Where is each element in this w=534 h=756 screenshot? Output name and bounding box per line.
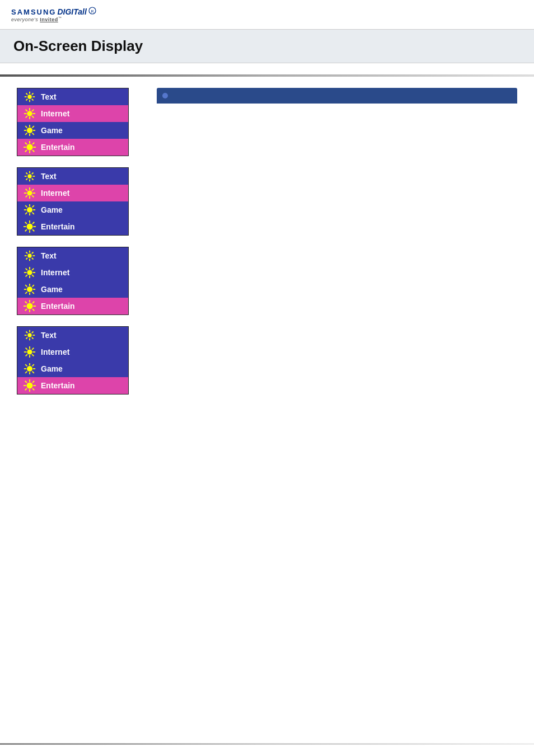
menu-label-internet-2: Internet	[41, 189, 69, 198]
svg-point-56	[27, 207, 32, 213]
svg-point-128	[27, 366, 32, 372]
svg-line-64	[25, 213, 27, 214]
sun-icon-medium-4	[22, 346, 38, 358]
svg-line-100	[25, 292, 27, 294]
sun-icon-medium-1	[22, 107, 38, 120]
menu-item-internet-4[interactable]: Internet	[17, 344, 128, 360]
svg-line-144	[32, 381, 34, 383]
svg-line-116	[32, 337, 34, 339]
menu-item-internet-2[interactable]: Internet	[17, 185, 128, 201]
svg-line-118	[26, 337, 27, 339]
sun-icon-medium-2	[22, 187, 38, 199]
menu-item-game-1[interactable]: Game	[17, 122, 128, 139]
svg-line-145	[25, 388, 27, 390]
svg-line-71	[32, 229, 34, 231]
sun-icon-large-1	[22, 124, 38, 137]
svg-point-137	[27, 383, 33, 389]
registered-icon: R	[88, 7, 96, 15]
svg-point-20	[27, 128, 32, 133]
svg-point-110	[27, 333, 31, 337]
svg-line-72	[32, 222, 34, 224]
title-section: On-Screen Display	[0, 30, 534, 63]
sun-icon-xlarge-4	[22, 379, 38, 392]
svg-line-61	[25, 205, 27, 207]
digit-logo-text: DIGITall	[57, 7, 86, 16]
menu-item-game-2[interactable]: Game	[17, 201, 128, 218]
svg-line-126	[32, 348, 34, 350]
page-title: On-Screen Display	[13, 37, 521, 55]
svg-line-54	[32, 189, 34, 191]
blue-dot	[162, 93, 168, 98]
svg-line-52	[26, 189, 27, 191]
menu-label-game-3: Game	[41, 285, 63, 294]
svg-line-19	[26, 116, 27, 118]
svg-line-10	[26, 99, 27, 101]
menu-item-text-4[interactable]: Text	[17, 327, 128, 344]
menu-label-game-4: Game	[41, 364, 63, 373]
svg-line-91	[26, 275, 27, 276]
menu-item-internet-1[interactable]: Internet	[17, 105, 128, 122]
bottom-rule	[0, 743, 534, 745]
sun-icon-xlarge-1	[22, 141, 38, 153]
svg-line-109	[25, 309, 27, 311]
sun-icon-large-2	[22, 204, 38, 216]
logo: SAMSUNG DIGITall R everyone's Invited™	[11, 7, 96, 22]
sun-icon-small-1	[22, 91, 38, 103]
content-area: Text Internet	[0, 77, 534, 417]
svg-line-106	[25, 302, 27, 303]
menu-item-text-2[interactable]: Text	[17, 168, 128, 185]
svg-line-89	[32, 275, 34, 276]
sun-icon-medium-3	[22, 266, 38, 279]
page-header: SAMSUNG DIGITall R everyone's Invited™	[0, 0, 534, 30]
sun-icon-large-4	[22, 363, 38, 375]
svg-line-81	[32, 252, 34, 253]
menu-item-entertain-3[interactable]: Entertain	[17, 298, 128, 314]
menu-item-game-4[interactable]: Game	[17, 360, 128, 377]
sun-icon-large-3	[22, 283, 38, 295]
svg-line-125	[32, 354, 34, 356]
tagline-text: everyone's Invited™	[11, 16, 96, 22]
svg-line-117	[32, 331, 34, 333]
menu-label-entertain-4: Entertain	[41, 381, 75, 390]
svg-line-53	[32, 195, 34, 197]
menu-label-text-3: Text	[41, 251, 57, 260]
menu-label-internet-1: Internet	[41, 109, 69, 118]
sun-icon-xlarge-3	[22, 300, 38, 312]
sun-icon-small-4	[22, 329, 38, 341]
menu-item-entertain-4[interactable]: Entertain	[17, 377, 128, 394]
menu-item-text-3[interactable]: Text	[17, 247, 128, 264]
menu-item-entertain-1[interactable]: Entertain	[17, 139, 128, 156]
svg-line-88	[26, 269, 27, 270]
menu-item-entertain-2[interactable]: Entertain	[17, 218, 128, 235]
svg-point-47	[27, 190, 32, 195]
svg-line-25	[25, 126, 27, 128]
menu-label-game-1: Game	[41, 126, 63, 135]
svg-line-97	[25, 285, 27, 287]
menu-label-entertain-2: Entertain	[41, 222, 75, 231]
menu-label-text-2: Text	[41, 172, 57, 181]
svg-line-7	[26, 93, 27, 95]
svg-point-92	[27, 287, 32, 292]
sun-icon-xlarge-2	[22, 220, 38, 233]
menu-item-game-3[interactable]: Game	[17, 281, 128, 298]
svg-line-17	[32, 116, 34, 118]
menu-item-internet-3[interactable]: Internet	[17, 264, 128, 281]
svg-line-136	[25, 372, 27, 373]
svg-line-16	[26, 110, 27, 111]
svg-line-79	[26, 252, 27, 253]
svg-line-98	[32, 292, 34, 294]
samsung-logo-text: SAMSUNG	[11, 8, 56, 16]
svg-line-70	[25, 222, 27, 224]
svg-line-37	[25, 150, 27, 152]
svg-point-11	[27, 111, 32, 116]
menu-item-text-1[interactable]: Text	[17, 88, 128, 105]
svg-line-107	[32, 309, 34, 311]
menu-label-text-4: Text	[41, 331, 57, 340]
menu-group-2: Text Internet	[17, 167, 129, 236]
menu-label-internet-3: Internet	[41, 268, 69, 277]
svg-line-82	[26, 258, 27, 260]
sun-icon-small-3	[22, 250, 38, 262]
svg-line-55	[26, 195, 27, 197]
svg-line-108	[32, 302, 34, 303]
svg-line-35	[32, 150, 34, 152]
